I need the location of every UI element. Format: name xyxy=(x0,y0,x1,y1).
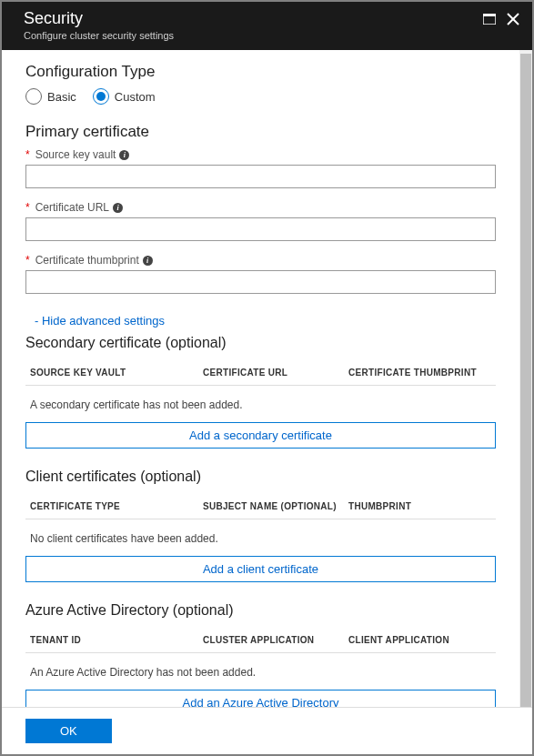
col-cluster-application: CLUSTER APPLICATION xyxy=(203,635,348,645)
add-client-certificate-button[interactable]: Add a client certificate xyxy=(25,556,496,582)
col-certificate-thumbprint: CERTIFICATE THUMBPRINT xyxy=(348,368,491,378)
config-type-radio-group: Basic Custom xyxy=(25,88,496,105)
required-icon: * xyxy=(25,201,30,214)
col-tenant-id: TENANT ID xyxy=(30,635,203,645)
required-icon: * xyxy=(25,254,30,267)
add-aad-button[interactable]: Add an Azure Active Directory xyxy=(25,690,496,707)
footer: OK xyxy=(2,707,532,754)
radio-icon xyxy=(93,88,109,105)
svg-rect-1 xyxy=(483,14,496,16)
info-icon[interactable]: i xyxy=(119,150,129,160)
field-label: * Certificate thumbprint i xyxy=(25,254,496,267)
source-key-vault-field: * Source key vault i xyxy=(25,148,496,188)
secondary-cert-heading: Secondary certificate (optional) xyxy=(25,335,496,351)
certificate-url-label: Certificate URL xyxy=(35,201,109,214)
col-subject-name: SUBJECT NAME (OPTIONAL) xyxy=(203,501,348,511)
titlebar: Security Configure cluster security sett… xyxy=(2,2,532,50)
certificate-url-input[interactable] xyxy=(25,217,496,241)
secondary-cert-empty: A secondary certificate has not been add… xyxy=(25,386,496,422)
radio-basic[interactable]: Basic xyxy=(25,88,76,105)
source-key-vault-label: Source key vault xyxy=(35,148,116,161)
client-certs-table-header: CERTIFICATE TYPE SUBJECT NAME (OPTIONAL)… xyxy=(25,494,496,519)
info-icon[interactable]: i xyxy=(143,256,153,266)
required-icon: * xyxy=(25,148,30,161)
blade-subtitle: Configure cluster security settings xyxy=(24,30,174,41)
certificate-thumbprint-label: Certificate thumbprint xyxy=(35,254,139,267)
radio-custom[interactable]: Custom xyxy=(93,88,156,105)
certificate-url-field: * Certificate URL i xyxy=(25,201,496,241)
titlebar-text: Security Configure cluster security sett… xyxy=(24,9,174,41)
col-client-application: CLIENT APPLICATION xyxy=(348,635,491,645)
client-certs-empty: No client certificates have been added. xyxy=(25,519,496,556)
config-type-heading: Configuration Type xyxy=(25,63,496,81)
security-blade: Security Configure cluster security sett… xyxy=(2,2,532,754)
hide-advanced-settings-link[interactable]: - Hide advanced settings xyxy=(25,307,165,333)
field-label: * Source key vault i xyxy=(25,148,496,161)
secondary-cert-table-header: SOURCE KEY VAULT CERTIFICATE URL CERTIFI… xyxy=(25,360,496,386)
field-label: * Certificate URL i xyxy=(25,201,496,214)
content: Configuration Type Basic Custom Primary … xyxy=(2,50,532,707)
add-secondary-certificate-button[interactable]: Add a secondary certificate xyxy=(25,422,496,449)
aad-empty: An Azure Active Directory has not been a… xyxy=(25,653,496,690)
close-icon[interactable] xyxy=(507,13,519,25)
col-source-key-vault: SOURCE KEY VAULT xyxy=(30,368,203,378)
aad-table-header: TENANT ID CLUSTER APPLICATION CLIENT APP… xyxy=(25,628,496,653)
col-certificate-url: CERTIFICATE URL xyxy=(203,368,348,378)
blade-title: Security xyxy=(24,9,174,28)
titlebar-controls xyxy=(483,9,519,25)
col-thumbprint: THUMBPRINT xyxy=(348,501,491,511)
certificate-thumbprint-input[interactable] xyxy=(25,270,496,294)
primary-cert-heading: Primary certificate xyxy=(25,123,496,141)
maximize-icon[interactable] xyxy=(483,14,496,25)
certificate-thumbprint-field: * Certificate thumbprint i xyxy=(25,254,496,294)
radio-custom-label: Custom xyxy=(115,90,156,104)
scrollbar-track[interactable] xyxy=(519,50,532,707)
content-scroll[interactable]: Configuration Type Basic Custom Primary … xyxy=(2,50,532,707)
aad-heading: Azure Active Directory (optional) xyxy=(25,602,496,619)
radio-basic-label: Basic xyxy=(47,90,76,104)
radio-icon xyxy=(25,88,42,105)
ok-button[interactable]: OK xyxy=(25,719,112,743)
source-key-vault-input[interactable] xyxy=(25,165,496,188)
info-icon[interactable]: i xyxy=(113,203,123,213)
col-certificate-type: CERTIFICATE TYPE xyxy=(30,501,203,511)
client-certs-heading: Client certificates (optional) xyxy=(25,469,496,485)
scrollbar-thumb[interactable] xyxy=(520,54,531,707)
